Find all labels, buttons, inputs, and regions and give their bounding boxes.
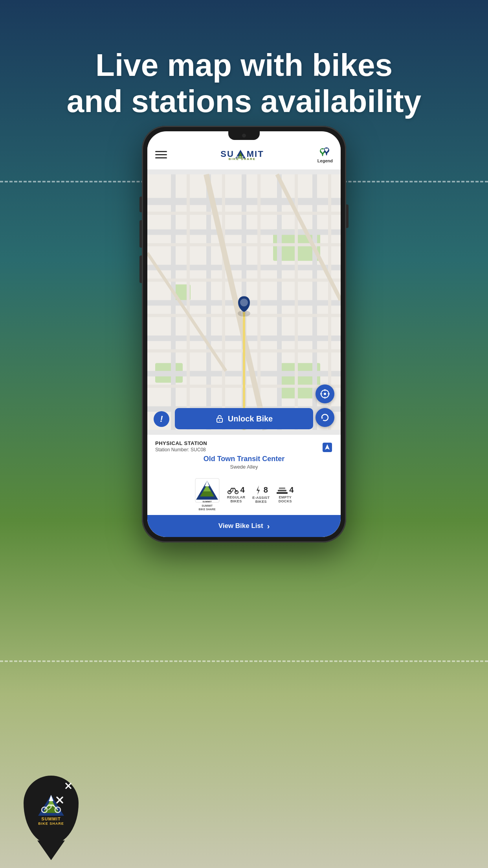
regular-bikes-stat: 4 REGULARBIKES	[227, 485, 246, 503]
dashed-line-bottom	[0, 660, 488, 662]
svg-point-11	[327, 148, 328, 150]
pin-bike-share-text: BIKE SHARE	[38, 822, 64, 826]
eassist-bikes-stat: 8 E-ASSISTBIKES	[252, 485, 270, 504]
eassist-bikes-count-display: 8	[254, 485, 268, 495]
legend-label: Legend	[317, 158, 333, 163]
bike-icon	[227, 486, 238, 494]
info-button[interactable]: !	[154, 411, 169, 427]
volume-down-button	[139, 256, 142, 283]
regular-bikes-count-display: 4	[227, 485, 244, 495]
hamburger-menu-button[interactable]	[155, 151, 167, 158]
svg-rect-32	[147, 279, 341, 282]
svg-marker-4	[321, 153, 324, 156]
dock-icon	[277, 486, 288, 495]
svg-point-48	[324, 393, 326, 395]
summit-logo-sublabel: SUMMITBIKE SHARE	[199, 504, 216, 511]
info-icon: !	[160, 414, 163, 424]
svg-rect-70	[279, 487, 285, 489]
empty-docks-count-display: 4	[277, 485, 294, 495]
svg-rect-30	[147, 212, 341, 215]
logo-bike-share: BIKE SHARE	[229, 158, 256, 161]
phone-outer: SU BIKE MIT BIKE SHARE	[142, 126, 346, 542]
svg-rect-68	[277, 492, 288, 494]
empty-docks-count: 4	[289, 485, 294, 495]
refresh-icon	[320, 413, 330, 422]
station-name: Old Town Transit Center	[155, 455, 333, 463]
map-svg	[147, 169, 341, 435]
chevron-right-icon: ›	[267, 522, 270, 531]
hamburger-line3	[155, 157, 167, 158]
svg-rect-69	[278, 490, 286, 491]
navigate-icon	[322, 442, 333, 453]
pin-logo-svg	[37, 794, 65, 818]
unlock-bike-label: Unlock Bike	[228, 414, 273, 423]
station-logo-item: SUMMIT SUMMITBIKE SHARE	[194, 478, 220, 511]
headline-area: Live map with bikes and stations availab…	[0, 0, 488, 143]
app-header: SU BIKE MIT BIKE SHARE	[147, 140, 341, 169]
station-address: Swede Alley	[155, 464, 333, 470]
location-icon	[320, 389, 330, 399]
power-button	[346, 204, 349, 228]
navigate-button[interactable]	[320, 440, 334, 454]
hamburger-line2	[155, 154, 167, 155]
summit-logo-stat: SUMMIT	[194, 478, 220, 503]
eassist-bikes-count: 8	[264, 485, 268, 495]
silent-button	[139, 197, 142, 212]
svg-text:SUMMIT: SUMMIT	[202, 500, 212, 503]
headline-text: Live map with bikes and stations availab…	[31, 47, 457, 120]
headline-line1: Live map with bikes	[95, 48, 393, 83]
volume-up-button	[139, 220, 142, 248]
svg-point-55	[219, 420, 220, 421]
pin-summit-text: SUMMIT	[38, 816, 64, 822]
map-area[interactable]: ! Unlock Bike	[147, 169, 341, 435]
regular-bikes-label: REGULARBIKES	[227, 495, 246, 503]
refresh-button[interactable]	[316, 408, 334, 427]
phone-notch	[228, 131, 260, 140]
lock-icon	[215, 414, 224, 423]
legend-icon	[318, 147, 332, 158]
svg-point-46	[240, 299, 248, 307]
legend-button[interactable]: Legend	[317, 147, 333, 163]
regular-bikes-count: 4	[240, 485, 244, 495]
pin-cross-icon	[64, 782, 72, 790]
hamburger-line1	[155, 151, 167, 152]
svg-point-8	[323, 149, 325, 151]
pin-text: SUMMIT BIKE SHARE	[38, 816, 64, 826]
pin-tip	[37, 840, 65, 860]
lightning-icon	[254, 485, 262, 495]
view-bike-list-label: View Bike List	[218, 522, 263, 530]
app-logo: SU BIKE MIT BIKE SHARE	[220, 149, 264, 161]
station-type: PHYSICAL STATION	[155, 440, 333, 446]
eassist-bikes-label: E-ASSISTBIKES	[252, 496, 270, 504]
empty-docks-label: EMPTYDOCKS	[279, 495, 292, 503]
headline-line2: and stations availability	[67, 84, 422, 119]
front-camera	[242, 134, 246, 138]
svg-rect-36	[187, 175, 190, 430]
svg-rect-37	[222, 175, 225, 430]
phone-wrapper: SU BIKE MIT BIKE SHARE	[142, 126, 346, 542]
unlock-bike-button[interactable]: Unlock Bike	[175, 408, 313, 429]
bike-stats: SUMMIT SUMMITBIKE SHARE	[147, 474, 341, 514]
bottom-decorative-pin: SUMMIT BIKE SHARE	[24, 776, 79, 844]
location-button[interactable]	[316, 384, 334, 403]
phone-screen: SU BIKE MIT BIKE SHARE	[147, 131, 341, 537]
empty-docks-stat: 4 EMPTYDOCKS	[277, 485, 294, 503]
pin-summit-logo: SUMMIT BIKE SHARE	[37, 794, 65, 826]
view-bike-list-button[interactable]: View Bike List ›	[147, 515, 341, 537]
station-info: PHYSICAL STATION Station Number: SUC08 O…	[147, 435, 341, 473]
pin-body: SUMMIT BIKE SHARE	[24, 776, 79, 844]
svg-marker-67	[257, 485, 260, 495]
station-number: Station Number: SUC08	[155, 447, 333, 452]
svg-marker-6	[325, 153, 328, 155]
station-panel: PHYSICAL STATION Station Number: SUC08 O…	[147, 435, 341, 537]
